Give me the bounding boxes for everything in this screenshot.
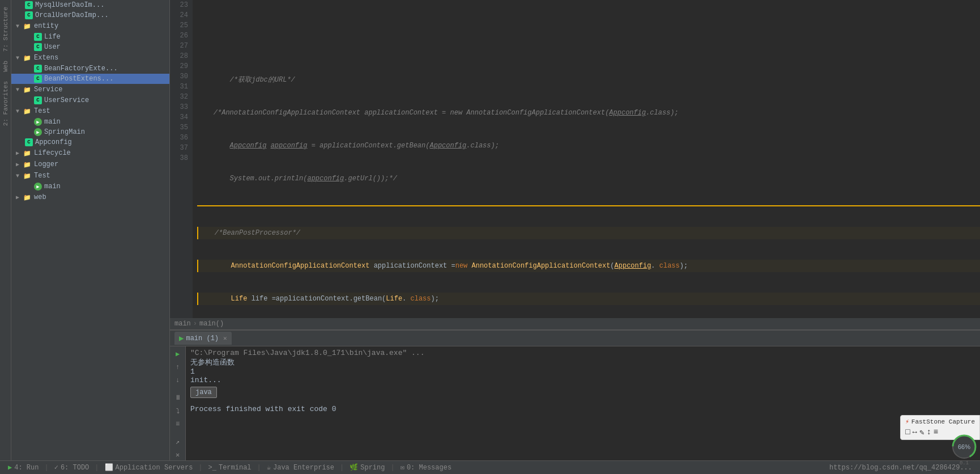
fs-btn-rect[interactable]: □ bbox=[905, 428, 910, 437]
code-line-25: /*获取jdbc的URL*/ bbox=[197, 74, 980, 86]
status-terminal[interactable]: >_ Terminal bbox=[205, 461, 255, 474]
fs-btn-edit[interactable]: ✎ bbox=[919, 428, 924, 437]
messages-label: 0: Messages bbox=[407, 464, 451, 472]
sidebar-label-orcaluserdaoimpl: OrcalUserDaoImp... bbox=[35, 11, 109, 19]
run-status-icon: ▶ bbox=[8, 463, 12, 472]
sidebar-label-mysqluserdaoimpl: MysqlUserDaoIm... bbox=[35, 1, 104, 9]
close-run-tab[interactable]: ✕ bbox=[223, 335, 227, 342]
status-messages[interactable]: ✉ 0: Messages bbox=[397, 461, 455, 474]
line-num-34: 34 bbox=[174, 112, 188, 122]
status-appservers[interactable]: ⬜ Application Servers bbox=[101, 461, 197, 474]
run-tab-label: main (1) bbox=[186, 335, 219, 342]
run-line-3: 1 bbox=[190, 367, 975, 376]
sidebar-item-test-folder[interactable]: ▼ 📁 Test bbox=[11, 105, 169, 117]
code-editor[interactable]: 23 24 25 26 27 28 29 30 31 32 33 34 35 3… bbox=[170, 0, 980, 318]
run-icon: ▶ bbox=[179, 333, 184, 343]
sidebar-item-beanpost[interactable]: C BeanPostExtens... bbox=[11, 74, 169, 84]
code-line-23 bbox=[197, 20, 980, 33]
sep2: | bbox=[95, 464, 99, 472]
run-tab[interactable]: ▶ main (1) ✕ bbox=[174, 332, 232, 345]
line-num-33: 33 bbox=[174, 102, 188, 112]
sep4: | bbox=[257, 464, 261, 472]
sidebar-label-web: web bbox=[34, 193, 46, 201]
sidebar-item-service-folder[interactable]: ▼ 📁 Service bbox=[11, 84, 169, 95]
arrow-web: ▶ bbox=[16, 194, 23, 201]
run-toolbar: ▶ ↑ ↓ ⏸ ⤵ ≡ ↗ ✕ bbox=[170, 346, 186, 460]
status-java-enterprise[interactable]: ☕ Java Enterprise bbox=[263, 461, 338, 474]
sidebar-label-main1: main bbox=[44, 118, 61, 126]
java-ent-icon: ☕ bbox=[267, 463, 271, 472]
favorites-tab[interactable]: 2: Favorites bbox=[1, 77, 10, 130]
sidebar-item-mysqluserdaoimpl[interactable]: C MysqlUserDaoIm... bbox=[11, 0, 169, 10]
arrow-service: ▼ bbox=[16, 87, 23, 93]
folder-icon-web: 📁 bbox=[23, 193, 32, 202]
breadcrumb-sep: › bbox=[193, 320, 197, 328]
sidebar-item-user[interactable]: C User bbox=[11, 42, 169, 52]
status-run[interactable]: ▶ 4: Run bbox=[5, 461, 42, 474]
code-area: 23 24 25 26 27 28 29 30 31 32 33 34 35 3… bbox=[170, 0, 980, 460]
arrow-lifecycle: ▶ bbox=[16, 150, 23, 156]
scroll-up-button[interactable]: ↑ bbox=[172, 362, 184, 373]
fs-btn-arrow[interactable]: ↔ bbox=[913, 428, 917, 437]
line-num-23: 23 bbox=[174, 0, 188, 10]
sidebar-item-web[interactable]: ▶ 📁 web bbox=[11, 192, 169, 203]
folder-icon-entity: 📁 bbox=[23, 22, 32, 31]
messages-icon: ✉ bbox=[400, 463, 404, 472]
structure-tab[interactable]: 7: Structure bbox=[1, 2, 10, 56]
sidebar-label-service: Service bbox=[34, 86, 62, 94]
status-spring[interactable]: 🌿 Spring bbox=[346, 461, 388, 474]
sidebar-item-main1[interactable]: ▶ main bbox=[11, 117, 169, 127]
code-line-28: System.out.println(appconfig.getUrl());*… bbox=[197, 172, 980, 185]
breadcrumb-method: main() bbox=[199, 320, 224, 328]
spring-label: Spring bbox=[360, 464, 385, 472]
sidebar-item-userservice[interactable]: C UserService bbox=[11, 95, 169, 105]
arrow-entity: ▼ bbox=[16, 23, 23, 29]
wrap-button[interactable]: ⤵ bbox=[172, 406, 184, 417]
class-icon-appconfig: C bbox=[25, 138, 33, 146]
line-num-32: 32 bbox=[174, 92, 188, 102]
terminal-icon: >_ bbox=[208, 464, 216, 472]
breadcrumb-bar: main › main() bbox=[170, 318, 980, 330]
sidebar-item-test2-folder[interactable]: ▼ 📁 Test bbox=[11, 170, 169, 181]
percent-label: 0.1 bbox=[951, 460, 978, 466]
sidebar-label-test2: Test bbox=[34, 172, 50, 180]
sidebar-label-test: Test bbox=[34, 107, 50, 115]
line-num-28: 28 bbox=[174, 51, 188, 61]
sidebar-item-appconfig[interactable]: C Appconfig bbox=[11, 137, 169, 147]
sidebar-label-logger: Logger bbox=[34, 160, 58, 168]
class-icon-userservice: C bbox=[34, 96, 42, 104]
fs-btn-scroll[interactable]: ↕ bbox=[926, 428, 931, 437]
line-num-35: 35 bbox=[174, 122, 188, 133]
line-num-24: 24 bbox=[174, 10, 188, 20]
sidebar-item-life[interactable]: C Life bbox=[11, 32, 169, 42]
sidebar-item-entity[interactable]: ▼ 📁 entity bbox=[11, 20, 169, 32]
close-button[interactable]: ✕ bbox=[172, 450, 184, 460]
run-button[interactable]: ▶ bbox=[172, 349, 184, 359]
status-todo[interactable]: ✓ 6: TODO bbox=[51, 461, 93, 474]
folder-icon-test: 📁 bbox=[23, 107, 32, 116]
folder-icon-logger: 📁 bbox=[23, 160, 32, 169]
run-line-exit: Process finished with exit code 0 bbox=[190, 405, 975, 413]
sidebar-label-user: User bbox=[44, 43, 61, 51]
sidebar-item-lifecycle[interactable]: ▶ 📁 Lifecycle bbox=[11, 147, 169, 159]
filter-button[interactable]: ≡ bbox=[172, 419, 184, 430]
sidebar-item-springmain[interactable]: ▶ SpringMain bbox=[11, 127, 169, 137]
sidebar-item-beanfactory[interactable]: C BeanFactoryExte... bbox=[11, 64, 169, 74]
left-sidebar-tabs: 7: Structure Web 2: Favorites bbox=[0, 0, 11, 460]
sidebar-item-orcaluserdaoimpl[interactable]: C OrcalUserDaoImp... bbox=[11, 10, 169, 20]
run-panel-header: ▶ main (1) ✕ bbox=[170, 331, 980, 346]
run-icon-main2: ▶ bbox=[34, 183, 42, 191]
sidebar-item-main2[interactable]: ▶ main bbox=[11, 181, 169, 192]
web-tab[interactable]: Web bbox=[1, 56, 10, 77]
sidebar-label-life: Life bbox=[44, 33, 61, 41]
run-spacer bbox=[190, 400, 975, 405]
folder-icon-extens: 📁 bbox=[23, 53, 32, 62]
sidebar-item-extens[interactable]: ▼ 📁 Extens bbox=[11, 52, 169, 64]
stop-button[interactable]: ⏸ bbox=[172, 392, 184, 403]
fs-btn-menu[interactable]: ≡ bbox=[934, 428, 938, 437]
terminal-label: Terminal bbox=[219, 464, 252, 472]
external-button[interactable]: ↗ bbox=[172, 437, 184, 447]
scroll-down-button[interactable]: ↓ bbox=[172, 375, 184, 386]
sidebar-item-logger[interactable]: ▶ 📁 Logger bbox=[11, 159, 169, 170]
percent-svg: 66% bbox=[951, 433, 978, 460]
